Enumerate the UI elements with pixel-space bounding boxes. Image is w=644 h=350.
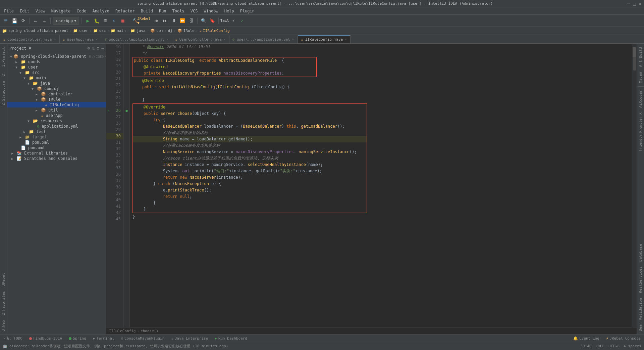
run-config-dropdown[interactable]: userApp ▼ <box>53 17 79 25</box>
tree-item-extlibs[interactable]: ▶ 📚 External Libraries <box>7 150 106 156</box>
left-panel-web[interactable]: 3:Web <box>0 318 7 333</box>
status-position[interactable]: 30:40 <box>580 344 591 348</box>
tree-item-comdj[interactable]: ▼ 📦 com.dj <box>7 86 106 91</box>
left-panel-favorites[interactable]: 2:Favorites <box>0 289 7 317</box>
toolbar-jrebel-btn[interactable]: JRebel ▼ <box>140 17 148 25</box>
menu-code[interactable]: Code <box>74 8 89 14</box>
left-panel-project[interactable]: 1:Project <box>0 45 7 69</box>
breadcrumb-iruleconfig[interactable]: IIRuleConfig <box>109 329 136 333</box>
code-lines[interactable]: * @create 2020-04-14// 19:51 */ public c… <box>130 44 632 327</box>
tab-close-btn3[interactable]: × <box>166 38 168 41</box>
menu-help[interactable]: Help <box>222 8 237 14</box>
nav-com[interactable]: com <box>156 29 163 33</box>
menu-view[interactable]: View <box>33 8 48 14</box>
window-controls[interactable]: ─ □ ✕ <box>628 1 641 6</box>
bottom-tab-terminal[interactable]: ▶ Terminal <box>90 335 118 342</box>
tree-item-test[interactable]: ▶ 📁 test <box>7 129 106 134</box>
code-content-area[interactable]: 16 17 18 19 20 21 22 23 24 25 26↑ 27 28 … <box>106 44 637 327</box>
toolbar-power-btn[interactable]: ⚡ <box>230 17 237 25</box>
scrollbar-minimap[interactable] <box>632 44 637 327</box>
bottom-tab-javaenterprise[interactable]: ☕ Java Enterprise <box>168 335 211 342</box>
tab-close-btn4[interactable]: × <box>224 38 226 41</box>
nav-dj[interactable]: dj <box>168 29 172 33</box>
nav-iruleconfig[interactable]: IIRuleConfig <box>203 29 229 33</box>
tree-item-pom-user[interactable]: 📄 pom.xml <box>7 140 106 145</box>
bottom-tab-jrebelconsole[interactable]: ⚡ JRebel Console <box>603 335 644 342</box>
sidebar-close-btn[interactable]: — <box>101 46 104 51</box>
left-panel-structure[interactable]: Z:Structure <box>0 79 7 107</box>
tab-user-yml[interactable]: ⚙ user\...\application.yml × <box>229 35 298 43</box>
bottom-tab-findbugs[interactable]: FindBugs-IDEA <box>26 335 65 342</box>
tab-close-btn6[interactable]: × <box>345 38 347 41</box>
toolbar-tail-btn[interactable]: Tail <box>221 17 228 25</box>
tree-item-src[interactable]: ▼ 📁 src <box>7 70 106 75</box>
toolbar-forward-btn[interactable]: → <box>41 17 48 25</box>
toolbar-stop-btn[interactable]: ⏹ <box>119 17 126 25</box>
menu-edit[interactable]: Edit <box>17 8 32 14</box>
sidebar-settings-btn[interactable]: ⚙ <box>97 46 99 51</box>
tree-item-userapp[interactable]: ☕ userApp <box>7 113 106 118</box>
nav-java[interactable]: java <box>137 29 146 33</box>
status-encoding[interactable]: UTF-8 <box>608 344 620 348</box>
right-panel-restservices[interactable]: RestServices <box>637 264 644 295</box>
tree-item-appyml[interactable]: ⚙ application.yml <box>7 124 106 129</box>
tab-iruleconfig[interactable]: ☕ IIRuleConfig.java × <box>298 35 351 43</box>
toolbar-prev-btn[interactable]: ⏮ <box>153 17 160 25</box>
toolbar-pause-btn[interactable]: ⏸ <box>170 17 177 25</box>
toolbar-debug-btn[interactable]: 🐛 <box>93 17 100 25</box>
tab-goodscontroller[interactable]: ☕ goodsController.java × <box>0 35 60 43</box>
tree-item-util[interactable]: ▶ 📦 util <box>7 107 106 113</box>
toolbar-bookmark-btn[interactable]: 🔖 <box>209 17 216 25</box>
nav-main[interactable]: main <box>117 29 126 33</box>
right-panel-database[interactable]: Database <box>637 242 644 264</box>
toolbar-coverage-btn[interactable]: ⛃ <box>102 17 109 25</box>
toolbar-next-btn[interactable]: ⏭ <box>161 17 169 25</box>
close-btn[interactable]: ✕ <box>639 1 641 6</box>
sidebar-add-btn[interactable]: ⊕ <box>88 46 90 51</box>
tree-item-irule[interactable]: ▼ 📦 IRule <box>7 97 106 102</box>
tree-item-controller[interactable]: ▶ 📦 controller <box>7 91 106 97</box>
toolbar-rerun-btn[interactable]: ↻ <box>110 17 118 25</box>
bottom-tab-spring[interactable]: Spring <box>65 335 90 342</box>
bottom-tab-eventlog[interactable]: 🔔 Event Log <box>570 335 603 342</box>
menu-plugin[interactable]: Plugin <box>237 8 257 14</box>
left-panel-2[interactable]: 2: <box>0 70 7 78</box>
toolbar-frames-btn[interactable]: 🗄 <box>187 17 195 25</box>
menu-refactor[interactable]: Refactor <box>113 8 138 14</box>
minimize-btn[interactable]: ─ <box>628 1 630 6</box>
menu-vcs[interactable]: VCS <box>188 8 201 14</box>
tree-item-root[interactable]: ▼ 📦 spring-cloud-alibaba-parent H:\CSDN\… <box>7 54 106 59</box>
sidebar-sort-btn[interactable]: ⇅ <box>92 46 95 51</box>
bottom-tab-rundashboard[interactable]: ▶ Run Dashboard <box>211 335 251 342</box>
right-panel-beanvalidation[interactable]: Bean Validation <box>637 296 644 333</box>
tree-item-pom-root[interactable]: 📄 pom.xml <box>7 145 106 150</box>
menu-window[interactable]: Window <box>201 8 221 14</box>
left-panel-jrebel[interactable]: JRebel <box>0 271 7 288</box>
tab-userapp[interactable]: ☕ userApp.java × <box>60 35 102 43</box>
toolbar-check-btn[interactable]: ✓ <box>238 17 246 25</box>
tree-item-target[interactable]: ▶ 📁 target <box>7 134 106 140</box>
gutter-marker-26[interactable]: ● <box>125 108 128 113</box>
menu-run[interactable]: Run <box>156 8 169 14</box>
menu-file[interactable]: File <box>1 8 16 14</box>
toolbar-save-btn[interactable]: 💾 <box>11 17 18 25</box>
tree-item-main[interactable]: ▼ 📁 main <box>7 75 106 81</box>
tab-usercontroller[interactable]: ☕ UserController.java × <box>172 35 229 43</box>
tab-goods-yml[interactable]: ⚙ goods\...\application.yml × <box>101 35 172 43</box>
nav-src[interactable]: src <box>99 29 106 33</box>
status-indent[interactable]: 4 spaces <box>624 344 641 348</box>
tree-item-goods[interactable]: ▶ 📁 goods <box>7 59 106 64</box>
toolbar-project-icon[interactable]: ☰ <box>2 17 9 25</box>
nav-root[interactable]: spring-cloud-alibaba-parent <box>8 29 68 33</box>
menu-tools[interactable]: Tools <box>170 8 187 14</box>
status-linesep[interactable]: CRLF <box>595 344 604 348</box>
tree-item-resources[interactable]: ▼ 📂 resources <box>7 118 106 124</box>
menu-navigate[interactable]: Navigate <box>49 8 73 14</box>
breadcrumb-choose[interactable]: choose() <box>141 329 158 333</box>
toolbar-search-btn[interactable]: 🔍 <box>200 17 207 25</box>
toolbar-sync-btn[interactable]: ⟳ <box>19 17 27 25</box>
nav-user[interactable]: user <box>79 29 88 33</box>
menu-build[interactable]: Build <box>138 8 156 14</box>
tree-item-iruleconfig[interactable]: ☕ IIRuleConfig <box>7 102 106 107</box>
toolbar-back-btn[interactable]: ← <box>32 17 39 25</box>
